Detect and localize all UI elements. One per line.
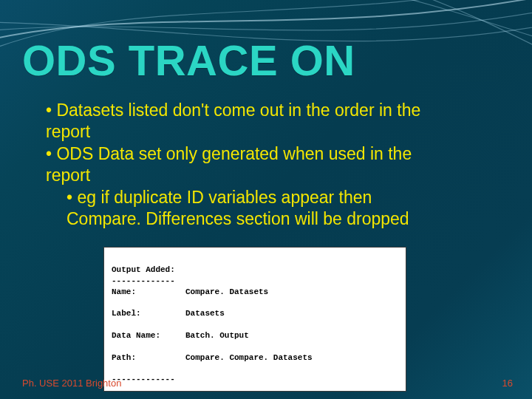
- code-value: Datasets: [185, 308, 225, 319]
- code-key: Path:: [112, 352, 185, 364]
- footer-text: Ph. USE 2011 Brighton: [22, 378, 121, 389]
- bullet-2-line-1: • ODS Data set only generated when used …: [46, 143, 495, 165]
- bullet-list: • Datasets listed don't come out in the …: [46, 100, 495, 231]
- slide-title: ODS TRACE ON: [22, 35, 355, 85]
- code-key: Label:: [112, 308, 185, 319]
- bullet-1-line-2: report: [46, 121, 495, 143]
- code-value: Batch. Output: [185, 330, 249, 341]
- code-value: Compare. Compare. Datasets: [185, 352, 313, 364]
- code-output-box: Output Added: ------------- Name:Compare…: [103, 247, 406, 392]
- code-line-header: Output Added:: [112, 265, 175, 274]
- code-value: Compare. Datasets: [185, 287, 268, 298]
- code-separator-top: -------------: [112, 276, 175, 285]
- code-key: Name:: [112, 287, 185, 298]
- bullet-2-line-2: report: [46, 165, 495, 186]
- bullet-3-line-1: • eg if duplicate ID variables appear th…: [66, 187, 495, 208]
- code-key: Data Name:: [112, 330, 185, 341]
- code-row-label: Label:Datasets: [112, 308, 398, 319]
- bullet-1-line-1: • Datasets listed don't come out in the …: [46, 100, 495, 121]
- slide-number: 16: [502, 378, 513, 389]
- bullet-3-line-2: Compare. Differences section will be dro…: [66, 208, 495, 230]
- code-row-name: Name:Compare. Datasets: [112, 287, 398, 298]
- code-row-dataname: Data Name:Batch. Output: [112, 330, 398, 341]
- code-row-path: Path:Compare. Compare. Datasets: [112, 352, 398, 364]
